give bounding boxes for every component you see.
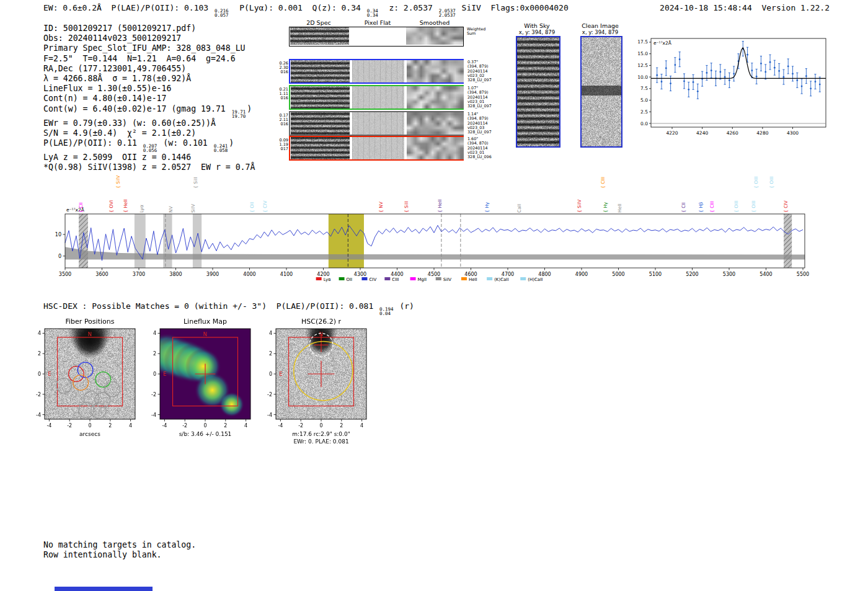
panel-xlabel: s/b: 3.46 +/- 0.151: [179, 431, 232, 437]
fit-xtick: 4260: [727, 130, 738, 136]
fiber-positions-panel: Fiber Positions-4-4-2-2002244NEarcsecs: [25, 318, 155, 451]
cutout-stamp: [352, 60, 404, 82]
text-segment: LyA z = 2.5099 OII z = 0.1446: [43, 153, 191, 162]
cutout-stamp: [352, 27, 404, 45]
fit-datapoint: [697, 91, 699, 92]
footer-notes: No matching targets in catalog.Row inten…: [43, 540, 196, 560]
header-timestamp: 2024-10-18 15:48:44 Version 1.22.2: [660, 3, 830, 12]
legend-label: CIV: [369, 277, 376, 282]
fit-xtick: 4220: [666, 130, 678, 136]
stacked-fraction: 0.1940.04: [379, 307, 394, 316]
compass-east-label: E: [279, 371, 282, 377]
panel-xtick: 4: [244, 423, 247, 429]
emission-line-label: { HeII: [123, 199, 128, 213]
fit-ytick: 5.0: [640, 97, 648, 103]
fiber-circle: [105, 381, 120, 397]
withsky-title: With Sky: [524, 22, 549, 29]
panel-ytick: 2: [153, 351, 156, 357]
emission-line-label: { OIII: [753, 176, 759, 189]
cutout-col-header-smoothed: Smoothed: [420, 19, 450, 26]
emission-line-label: { CII: [78, 202, 84, 213]
fit-datapoint: [819, 84, 821, 86]
cutout-stamp: [406, 27, 463, 45]
line-fit-plot: 0.02.55.07.510.012.515.017.5422042404260…: [632, 31, 837, 146]
cutout-stamp: [407, 60, 464, 82]
panel-xtick: -4: [46, 423, 51, 429]
fiber-circle: [91, 403, 107, 419]
fit-datapoint: [661, 81, 663, 82]
panel-xtick: -2: [298, 423, 303, 429]
fit-ytick: 2.5: [640, 109, 648, 115]
cutout-row-annotation: WeightedSum: [467, 27, 485, 37]
cutout-stamp: [291, 86, 350, 109]
emission-line-label: { OII: [249, 202, 255, 213]
detection-info-block: ID: 5001209217 (5001209217.pdf)Obs: 2024…: [43, 24, 255, 172]
legend-swatch: [316, 277, 322, 280]
panel-ytick: -4: [151, 412, 156, 418]
fit-datapoint: [670, 82, 671, 84]
spectrum-xtick: 5000: [612, 272, 624, 277]
text-segment: F=2.5" T=0.144 N=1.21 A=0.64 g=24.6: [43, 54, 236, 63]
spectrum-gray-band: [193, 214, 202, 268]
panel-xtick: 2: [224, 423, 227, 429]
fit-datapoint: [719, 71, 721, 73]
spectrum-xtick: 4000: [243, 272, 255, 277]
text-segment: ): [229, 138, 234, 148]
legend-label: (K)CaII: [494, 277, 508, 282]
fit-datapoint: [805, 75, 807, 77]
fit-datapoint: [674, 64, 676, 66]
text-segment: S/N = 4.9(±0.4) χ² = 2.1(±0.2): [43, 128, 196, 138]
cutout-stamp: [407, 86, 464, 109]
fit-datapoint: [693, 81, 694, 83]
legend-swatch: [436, 277, 441, 280]
legend-swatch: [461, 277, 467, 280]
text-segment: P(LAE)/P(OII): 0.11: [43, 138, 142, 148]
panel-ytick: 4: [153, 331, 156, 336]
cutout-row-left-stats: 0.172.11016: [275, 113, 288, 127]
fit-datapoint: [733, 73, 735, 75]
panel-ytick: 2: [38, 351, 41, 357]
fit-ytick: 15.0: [637, 51, 648, 56]
panel-overlay: HSC(26.2) r-4-4-2-2002244NEm:17.6 rc:2.9…: [256, 318, 386, 451]
cutout-stamp: [352, 86, 404, 109]
fit-datapoint: [769, 61, 771, 63]
cutout-row-annotation: 1.07"(394, 879)20240114v023_01328_LU_097: [467, 86, 492, 109]
legend-label: SiIV: [443, 277, 451, 282]
emission-line-label: HeII: [617, 203, 622, 213]
spectrum-xtick: 4300: [354, 272, 366, 277]
cutout-stamp: [291, 137, 350, 159]
panel-ytick: 4: [269, 331, 272, 336]
panel-xtick: 4: [360, 423, 363, 429]
fit-datapoint: [760, 63, 762, 64]
cleanimage-title: Clean Image: [582, 22, 619, 29]
panel-title: HSC(26.2) r: [301, 318, 342, 326]
emission-line-label: { CIII: [709, 201, 715, 213]
panel-ytick: 2: [269, 351, 272, 357]
text-segment: ID: 5001209217 (5001209217.pdf): [43, 24, 196, 33]
text-segment: (w: 0.101: [158, 138, 212, 148]
panel-ytick: 4: [38, 331, 41, 336]
fiber-circle: [95, 393, 110, 408]
emission-line-label: Lyα: [139, 205, 144, 213]
emission-line-label: SiIV: [190, 203, 196, 213]
hsc-dex-line: HSC-DEX : Possible Matches = 0 (within +…: [43, 301, 414, 316]
fiber-circle: [73, 375, 89, 391]
panel-xtick: 0: [88, 423, 91, 429]
cleanimage-image: [580, 36, 622, 148]
cutout-row-annotation: 0.37"(394, 879)20240114v023_02328_LU_097: [467, 60, 492, 82]
cutout-stamp: [290, 27, 349, 45]
emission-line-label: { SiIV: [577, 199, 582, 213]
cutout-row-1: 0.262.300160.37"(394, 879)20240114v023_0…: [289, 59, 464, 84]
lineflux-map-panel: Lineflux Map-4-4-2-2002244NEs/b: 3.46 +/…: [140, 318, 270, 451]
text-segment: Cont(w) = 6.40(±0.02)e-17 (gmag 19.71: [43, 104, 231, 113]
fit-plot-frame: [651, 38, 826, 127]
withsky-image: [516, 36, 560, 148]
fit-datapoint: [711, 69, 712, 71]
emission-line-label: { HeII: [437, 199, 443, 213]
emission-line-label: CaII: [516, 204, 522, 213]
cutout-col-header-pixelflat: Pixel Flat: [365, 19, 391, 26]
emission-line-label: { CIII: [600, 177, 606, 189]
panel-xtick: 2: [108, 423, 112, 429]
legend-label: HeII: [469, 277, 477, 282]
info-line-4: RA,Dec (177.123001,49.706455): [43, 64, 255, 74]
